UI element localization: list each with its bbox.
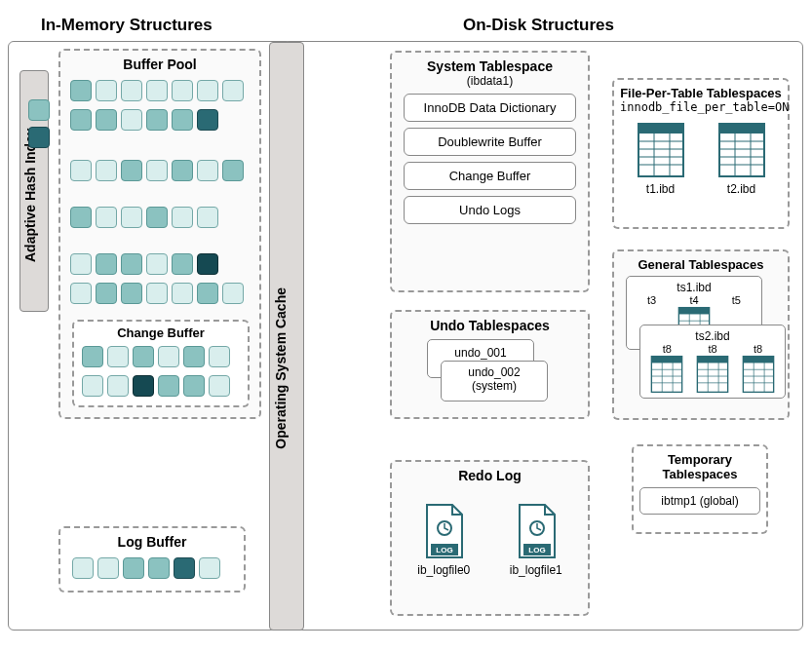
redo-log: Redo Log LOG ib_logfile0 LOG ib_logfile1 bbox=[390, 460, 590, 616]
redo-file-1: ib_logfile1 bbox=[510, 563, 562, 577]
sys-item-data-dict: InnoDB Data Dictionary bbox=[404, 94, 576, 122]
ts1-t1: t4 bbox=[689, 294, 698, 306]
change-buffer: Change Buffer bbox=[72, 320, 250, 407]
fpt-file-0: t1.ibd bbox=[637, 182, 685, 196]
table-icon bbox=[717, 122, 766, 178]
table-icon bbox=[742, 355, 775, 394]
svg-rect-33 bbox=[652, 357, 682, 363]
log-file-icon: LOG bbox=[421, 503, 466, 559]
buffer-pool-title: Buffer Pool bbox=[60, 57, 259, 72]
buffer-pool: Buffer Pool Change Buffer bbox=[58, 49, 261, 419]
file-per-table-config: innodb_file_per_table=ON bbox=[620, 100, 782, 114]
on-disk-title: On-Disk Structures bbox=[463, 16, 614, 35]
ts2-t1: t8 bbox=[708, 343, 716, 355]
ts2-name: ts2.ibd bbox=[644, 329, 781, 343]
redo-log-files: LOG ib_logfile0 LOG ib_logfile1 bbox=[398, 503, 582, 577]
redo-log-title: Redo Log bbox=[398, 468, 582, 483]
svg-rect-47 bbox=[743, 357, 773, 363]
temp-file: ibtmp1 (global) bbox=[639, 487, 760, 515]
system-tablespace-subtitle: (ibdata1) bbox=[404, 74, 576, 88]
svg-rect-10 bbox=[638, 124, 683, 134]
svg-rect-26 bbox=[678, 308, 709, 315]
file-per-table: File-Per-Table Tablespaces innodb_file_p… bbox=[612, 78, 790, 229]
fpt-file-1: t2.ibd bbox=[717, 182, 766, 196]
general-tablespaces: General Tablespaces ts1.ibd t3 t4 t5 ts2… bbox=[612, 249, 790, 420]
change-buffer-title: Change Buffer bbox=[74, 325, 248, 340]
os-cache-label: Operating System Cache bbox=[273, 287, 302, 449]
general-group-2: ts2.ibd t8 t8 t8 bbox=[639, 325, 786, 399]
general-tablespaces-title: General Tablespaces bbox=[620, 257, 782, 272]
redo-file-0: ib_logfile0 bbox=[417, 563, 470, 577]
ts2-t0: t8 bbox=[663, 343, 672, 355]
in-memory-title: In-Memory Structures bbox=[41, 16, 213, 35]
log-file-icon: LOG bbox=[514, 503, 559, 559]
sys-item-doublewrite: Doublewrite Buffer bbox=[404, 128, 576, 156]
file-per-table-title: File-Per-Table Tablespaces bbox=[620, 86, 782, 100]
table-icon bbox=[637, 122, 685, 178]
undo-tablespaces: Undo Tablespaces undo_001 undo_002 (syst… bbox=[390, 310, 590, 419]
svg-rect-18 bbox=[719, 124, 764, 134]
undo-file-2: undo_002 (system) bbox=[441, 361, 548, 401]
ts1-t0: t3 bbox=[647, 294, 656, 306]
table-icon bbox=[696, 355, 729, 394]
svg-text:LOG: LOG bbox=[528, 546, 545, 554]
undo-tablespaces-title: Undo Tablespaces bbox=[398, 318, 582, 333]
ts1-t2: t5 bbox=[732, 294, 741, 306]
temporary-tablespaces: Temporary Tablespaces ibtmp1 (global) bbox=[632, 444, 768, 534]
log-buffer: Log Buffer bbox=[58, 526, 246, 593]
svg-text:LOG: LOG bbox=[437, 546, 453, 554]
temp-tablespaces-title: Temporary Tablespaces bbox=[639, 452, 760, 481]
log-buffer-title: Log Buffer bbox=[60, 534, 244, 550]
sys-item-change-buffer: Change Buffer bbox=[404, 162, 576, 190]
table-icon bbox=[650, 355, 683, 394]
system-tablespace: System Tablespace (ibdata1) InnoDB Data … bbox=[390, 51, 590, 292]
svg-rect-40 bbox=[697, 357, 727, 363]
ts1-name: ts1.ibd bbox=[631, 281, 757, 294]
diagram-root: O_DIRECT In-Memory Structures On-Disk St… bbox=[0, 0, 812, 650]
buffer-pool-grid bbox=[60, 78, 259, 310]
system-tablespace-title: System Tablespace bbox=[404, 58, 576, 74]
sys-item-undo-logs: Undo Logs bbox=[404, 196, 576, 224]
ts2-t2: t8 bbox=[754, 343, 762, 355]
